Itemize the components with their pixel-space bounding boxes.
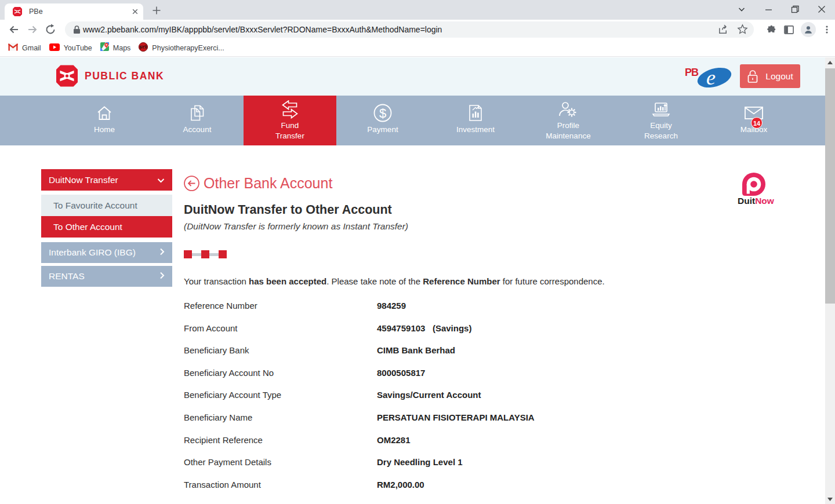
nav-item-label: Investment — [456, 125, 495, 135]
new-tab-button[interactable] — [152, 6, 161, 15]
profile-maintenance-icon — [558, 100, 579, 120]
svg-text:DuitNow: DuitNow — [738, 196, 775, 206]
svg-text:e: e — [706, 66, 716, 89]
progress-step-3 — [219, 250, 227, 258]
sidebar-item-to-favourite-account[interactable]: To Favourite Account — [41, 195, 172, 216]
public-bank-emblem-icon — [56, 64, 78, 87]
nav-item-label: FundTransfer — [275, 120, 304, 141]
scrollbar-up-arrow[interactable] — [825, 57, 835, 67]
sidebar-item-label: DuitNow Transfer — [49, 175, 118, 185]
chevron-down-icon — [157, 175, 165, 185]
detail-row-beneficiary-account-type: Beneficiary Account TypeSavings/Current … — [184, 384, 648, 406]
content-area: DuitNow TransferTo Favourite AccountTo O… — [0, 145, 825, 504]
nav-item-label: Account — [183, 125, 212, 135]
detail-label: Other Payment Details — [184, 457, 271, 467]
nav-item-home[interactable]: Home — [58, 96, 151, 145]
bookmark-label: PhysiotherapyExerci... — [152, 44, 224, 52]
window-close-button[interactable] — [808, 0, 835, 19]
account-icon — [188, 103, 206, 123]
nav-item-label: EquityResearch — [644, 120, 678, 141]
browser-window: PBe — [0, 0, 835, 504]
lock-icon — [747, 70, 758, 83]
bookmark-label: Maps — [113, 44, 131, 52]
detail-row-beneficiary-account-no: Beneficiary Account No8000505817 — [184, 361, 648, 384]
nav-item-fund-transfer[interactable]: FundTransfer — [244, 96, 336, 145]
detail-label: Recipient Reference — [184, 435, 263, 445]
home-icon — [95, 103, 114, 123]
nav-item-profile-maintenance[interactable]: ProfileMaintenance — [522, 96, 615, 145]
pbe-favicon — [13, 7, 22, 16]
logout-label: Logout — [765, 71, 793, 82]
detail-label: Reference Number — [184, 301, 257, 311]
browser-tab[interactable]: PBe — [5, 3, 143, 20]
duitnow-logo: DuitNow — [734, 171, 775, 208]
url-text[interactable]: www2.pbebank.com/myIBK/apppbb/servlet/Bx… — [83, 25, 442, 34]
forward-button[interactable] — [24, 21, 41, 38]
section-heading: DuitNow Transfer to Other Account — [184, 203, 392, 217]
status-message-segment: Reference Number — [423, 276, 500, 286]
chevron-right-icon — [159, 247, 165, 258]
detail-row-other-payment-details: Other Payment DetailsDry Needling Level … — [184, 451, 648, 473]
bookmarks-bar: Gmail YouTube Maps FTX PhysiotherapyExer… — [0, 39, 835, 57]
window-restore-button[interactable] — [782, 0, 808, 19]
progress-step-1 — [184, 250, 192, 258]
sidebar-item-to-other-account[interactable]: To Other Account — [41, 216, 172, 238]
detail-row-reference-number: Reference Number984259 — [184, 294, 648, 317]
status-message-segment: has been accepted — [249, 276, 326, 286]
window-minimize-button[interactable] — [755, 0, 782, 19]
bookmark-star-icon[interactable] — [737, 24, 748, 35]
browser-toolbar: www2.pbebank.com/myIBK/apppbb/servlet/Bx… — [0, 20, 835, 39]
back-button[interactable] — [6, 21, 22, 38]
investment-icon — [467, 103, 484, 123]
detail-value: RM2,000.00 — [377, 480, 424, 490]
profile-avatar[interactable] — [801, 22, 816, 37]
address-bar[interactable]: www2.pbebank.com/myIBK/apppbb/servlet/Bx… — [65, 21, 754, 38]
extensions-puzzle-icon[interactable] — [765, 24, 777, 35]
status-message-segment: for future correspondence. — [500, 276, 605, 286]
detail-value: 4594759103 (Savings) — [377, 323, 471, 333]
nav-item-mailbox[interactable]: Mailbox14 — [707, 96, 800, 145]
detail-label: Beneficiary Bank — [184, 345, 249, 355]
back-arrow-circle-icon[interactable] — [184, 176, 199, 191]
scrollbar-down-arrow[interactable] — [825, 494, 835, 504]
bookmark-item-gmail[interactable]: Gmail — [8, 43, 41, 53]
sidebar-item-label: RENTAS — [49, 271, 85, 282]
maps-icon — [100, 42, 109, 53]
section-subheading: (DuitNow Transfer is formerly known as I… — [184, 221, 408, 232]
bookmark-label: YouTube — [64, 44, 92, 52]
sidebar-item-duitnow-transfer[interactable]: DuitNow Transfer — [41, 169, 172, 191]
reload-button[interactable] — [42, 21, 59, 38]
public-bank-logo[interactable]: PUBLIC BANK — [56, 64, 164, 87]
bookmark-item-maps[interactable]: Maps — [100, 42, 131, 53]
bookmark-item-youtube[interactable]: YouTube — [49, 43, 92, 53]
nav-item-payment[interactable]: $Payment — [336, 96, 429, 145]
detail-value: Savings/Current Account — [377, 390, 481, 400]
sidebar-item-interbank-giro-ibg-[interactable]: Interbank GIRO (IBG) — [41, 242, 172, 263]
bookmark-label: Gmail — [22, 44, 41, 52]
tab-search-chevron-icon[interactable] — [728, 0, 755, 19]
nav-item-investment[interactable]: Investment — [429, 96, 522, 145]
chevron-right-icon — [159, 271, 165, 282]
https-lock-icon[interactable] — [73, 25, 81, 34]
scrollbar-thumb[interactable] — [825, 68, 835, 304]
main-navigation: HomeAccountFundTransfer$PaymentInvestmen… — [0, 96, 825, 145]
nav-item-equity-research[interactable]: EquityResearch — [615, 96, 707, 145]
nav-item-account[interactable]: Account — [151, 96, 244, 145]
detail-label: Transaction Amount — [184, 480, 261, 490]
physiotherapy-icon: FTX — [139, 42, 148, 54]
logout-button[interactable]: Logout — [740, 64, 800, 88]
tab-close-icon[interactable] — [130, 7, 140, 16]
side-panel-icon[interactable] — [783, 24, 794, 35]
page-scrollbar[interactable] — [825, 57, 835, 504]
pbe-logo: PB e — [685, 63, 732, 89]
detail-value: 984259 — [377, 301, 406, 311]
detail-row-from-account: From Account4594759103 (Savings) — [184, 317, 648, 339]
menu-kebab-icon[interactable] — [822, 24, 832, 35]
detail-label: Beneficiary Account No — [184, 368, 274, 378]
youtube-icon — [49, 43, 60, 53]
detail-value: 8000505817 — [377, 368, 425, 378]
bookmark-item-physiotherapyexerci[interactable]: FTX PhysiotherapyExerci... — [139, 42, 224, 54]
share-icon[interactable] — [718, 24, 729, 35]
sidebar-item-rentas[interactable]: RENTAS — [41, 266, 172, 287]
page-content: PUBLIC BANK PB e Logout HomeAccountFundT… — [0, 57, 825, 504]
